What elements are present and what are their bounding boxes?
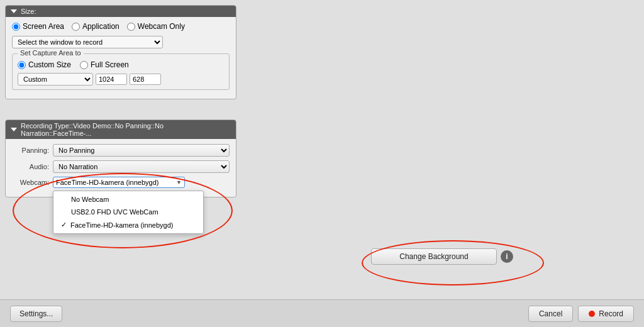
capture-area-box: Set Capture Area to Custom Size Full Scr…	[12, 53, 230, 90]
height-input[interactable]	[130, 74, 161, 85]
no-webcam-item[interactable]: No Webcam	[53, 193, 203, 206]
audio-row: Audio: No Narration System Audio	[12, 160, 230, 173]
screen-area-radio[interactable]	[12, 23, 20, 31]
full-screen-option[interactable]: Full Screen	[80, 60, 129, 69]
size-panel-title-text: Size:	[21, 8, 36, 15]
application-radio[interactable]	[72, 23, 80, 31]
audio-label: Audio:	[12, 163, 53, 170]
recording-panel-icon	[11, 128, 17, 131]
custom-size-label: Custom Size	[28, 60, 71, 69]
application-option[interactable]: Application	[72, 22, 119, 31]
audio-select[interactable]: No Narration System Audio	[53, 160, 230, 173]
capture-area-radio-group: Custom Size Full Screen	[18, 60, 224, 69]
custom-size-option[interactable]: Custom Size	[18, 60, 71, 69]
change-bg-area: Change Background i	[371, 248, 513, 265]
width-input[interactable]	[96, 74, 127, 85]
webcam-row: Webcam: FaceTime-HD-kamera (innebygd) ▼ …	[12, 177, 230, 188]
full-screen-radio[interactable]	[80, 61, 88, 69]
panel-collapse-icon	[11, 9, 17, 13]
panning-label: Panning:	[12, 147, 53, 154]
webcam-dropdown-container: FaceTime-HD-kamera (innebygd) ▼ No Webca…	[53, 177, 185, 188]
recording-panel-title-text: Recording Type::Video Demo::No Panning::…	[21, 122, 231, 137]
recording-panel: Recording Type::Video Demo::No Panning::…	[5, 119, 236, 197]
main-container: Size: Screen Area Application Webcam Onl…	[0, 0, 644, 327]
facetime-webcam-item[interactable]: FaceTime-HD-kamera (innebygd)	[53, 218, 203, 231]
info-icon[interactable]: i	[501, 250, 513, 263]
webcam-select-shown[interactable]: FaceTime-HD-kamera (innebygd) ▼	[53, 177, 185, 188]
no-webcam-label: No Webcam	[71, 196, 109, 203]
custom-size-radio[interactable]	[18, 61, 26, 69]
webcam-selected-value: FaceTime-HD-kamera (innebygd)	[56, 179, 158, 186]
webcam-dropdown-popup: No Webcam USB2.0 FHD UVC WebCam FaceTime…	[53, 191, 204, 234]
application-label: Application	[82, 22, 119, 31]
webcam-only-label: Webcam Only	[138, 22, 185, 31]
usb-webcam-item[interactable]: USB2.0 FHD UVC WebCam	[53, 206, 203, 218]
webcam-only-option[interactable]: Webcam Only	[127, 22, 185, 31]
size-inputs-row: Custom 720p 1080p	[18, 73, 224, 86]
bottom-bar: Settings... Cancel Record	[0, 299, 644, 327]
panning-row: Panning: No Panning Auto Panning	[12, 144, 230, 157]
webcam-label: Webcam:	[12, 179, 53, 186]
size-panel: Size: Screen Area Application Webcam Onl…	[5, 5, 236, 99]
recording-panel-content: Panning: No Panning Auto Panning Audio: …	[6, 139, 236, 197]
panning-select[interactable]: No Panning Auto Panning	[53, 144, 230, 157]
capture-area-legend: Set Capture Area to	[18, 49, 84, 57]
window-select[interactable]: Select the window to record	[12, 36, 163, 48]
usb-webcam-label: USB2.0 FHD UVC WebCam	[71, 208, 158, 216]
record-button[interactable]: Record	[578, 306, 634, 322]
facetime-webcam-label: FaceTime-HD-kamera (innebygd)	[70, 221, 173, 229]
right-buttons: Cancel Record	[528, 306, 634, 322]
webcam-dropdown-arrow: ▼	[176, 179, 182, 186]
webcam-only-radio[interactable]	[127, 23, 135, 31]
recording-panel-title: Recording Type::Video Demo::No Panning::…	[6, 120, 236, 139]
screen-area-option[interactable]: Screen Area	[12, 22, 64, 31]
full-screen-label: Full Screen	[91, 60, 129, 69]
size-panel-title: Size:	[6, 6, 236, 17]
settings-button[interactable]: Settings...	[10, 306, 62, 322]
info-icon-label: i	[506, 252, 508, 261]
cancel-button[interactable]: Cancel	[528, 306, 573, 322]
record-label: Record	[599, 309, 623, 318]
record-dot-icon	[589, 311, 595, 317]
size-preset-select[interactable]: Custom 720p 1080p	[18, 73, 93, 86]
window-select-row: Select the window to record	[12, 36, 230, 48]
screen-area-label: Screen Area	[23, 22, 64, 31]
size-type-radio-group: Screen Area Application Webcam Only	[12, 22, 230, 31]
change-background-button[interactable]: Change Background	[371, 248, 497, 265]
size-panel-content: Screen Area Application Webcam Only Sele…	[6, 17, 236, 99]
